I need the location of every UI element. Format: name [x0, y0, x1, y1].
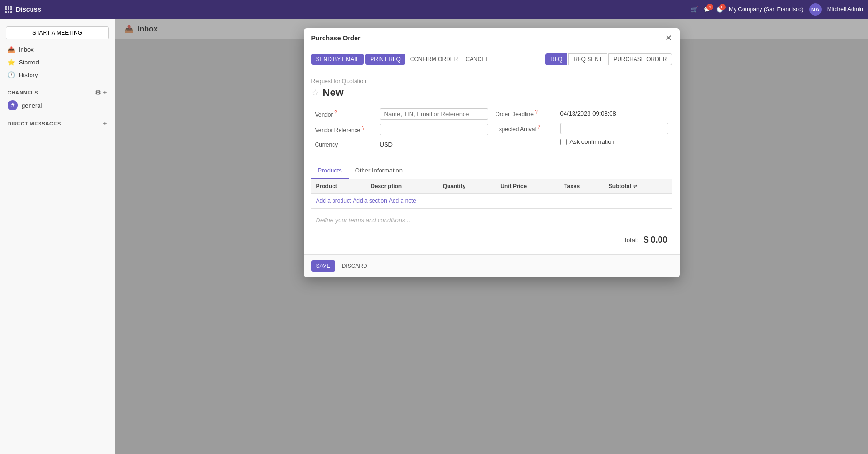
add-channel-icon[interactable]: + [103, 89, 107, 96]
modal-tabs: Products Other Information [311, 163, 672, 179]
currency-label: Currency [315, 141, 376, 148]
col-product: Product [311, 179, 366, 194]
subtotal-settings-icon[interactable]: ⇌ [633, 183, 637, 189]
vendor-reference-help: ? [362, 125, 365, 131]
table-empty-row: Add a product Add a section Add a note [311, 194, 672, 208]
status-rfq-button[interactable]: RFQ [545, 53, 567, 65]
print-rfq-button[interactable]: PRINT RFQ [365, 54, 405, 65]
add-section-link[interactable]: Add a section [353, 197, 387, 204]
modal-header: Purchase Order ✕ [304, 28, 680, 48]
channel-hash-icon: # [8, 100, 18, 110]
add-dm-icon[interactable]: + [103, 120, 107, 127]
inbox-icon: 📥 [8, 46, 15, 53]
col-quantity: Quantity [438, 179, 496, 194]
add-product-link[interactable]: Add a product [316, 197, 351, 204]
record-title: New [323, 86, 344, 99]
currency-row: Currency USD [315, 139, 488, 150]
ask-confirmation-label: Ask confirmation [570, 138, 615, 145]
modal-footer: SAVE DISCARD [304, 254, 680, 277]
form-grid: Vendor ? Vendor Reference ? [311, 106, 672, 156]
order-deadline-value: 04/13/2023 09:08:08 [560, 108, 668, 119]
starred-icon: ⭐ [8, 59, 15, 66]
grid-icon[interactable] [5, 6, 12, 13]
form-left-col: Vendor ? Vendor Reference ? [311, 106, 492, 156]
sidebar-item-starred[interactable]: ⭐ Starred [0, 56, 115, 69]
channels-section-header: CHANNELS ⚙ + [0, 85, 115, 98]
topbar: Discuss 🛒 💬 4 🕐 8 My Company (San Franci… [0, 0, 868, 19]
expected-arrival-input[interactable] [560, 123, 668, 134]
direct-messages-section-header: DIRECT MESSAGES + [0, 116, 115, 129]
modal-toolbar: SEND BY EMAIL PRINT RFQ CONFIRM ORDER CA… [304, 48, 680, 70]
terms-area[interactable]: Define your terms and conditions ... [311, 211, 672, 229]
favorite-star-icon[interactable]: ☆ [311, 87, 319, 98]
topbar-right: 🛒 💬 4 🕐 8 My Company (San Francisco) MA … [691, 3, 863, 16]
table-actions: Add a product Add a section Add a note [311, 194, 672, 208]
send-by-email-button[interactable]: SEND BY EMAIL [311, 54, 364, 65]
form-right-col: Order Deadline ? 04/13/2023 09:08:08 Exp… [492, 106, 672, 156]
sidebar: START A MEETING 📥 Inbox ⭐ Starred 🕐 Hist… [0, 19, 115, 454]
status-rfq-sent-button[interactable]: RFQ SENT [568, 53, 607, 65]
sidebar-item-inbox[interactable]: 📥 Inbox [0, 43, 115, 56]
order-deadline-label: Order Deadline ? [496, 110, 557, 117]
order-deadline-row: Order Deadline ? 04/13/2023 09:08:08 [496, 108, 668, 119]
total-value: $ 0.00 [643, 235, 667, 245]
vendor-reference-row: Vendor Reference ? [315, 124, 488, 135]
terms-placeholder: Define your terms and conditions ... [316, 217, 412, 224]
discard-button[interactable]: DISCARD [339, 260, 370, 272]
content-area: 📥 Inbox Purchase Order ✕ SEND BY EMAIL P… [115, 19, 868, 454]
tab-other-information[interactable]: Other Information [349, 163, 409, 179]
col-subtotal: Subtotal ⇌ [604, 179, 672, 194]
cart-icon[interactable]: 🛒 [691, 6, 698, 13]
confirm-order-button[interactable]: CONFIRM ORDER [407, 54, 461, 65]
total-label: Total: [623, 236, 638, 243]
topbar-left: Discuss [5, 6, 41, 13]
updates-icon[interactable]: 🕐 8 [716, 6, 723, 13]
add-note-link[interactable]: Add a note [389, 197, 416, 204]
products-table: Product Description Quantity Unit Price … [311, 179, 672, 208]
ask-confirmation-row: Ask confirmation [496, 138, 668, 145]
sidebar-item-history[interactable]: 🕐 History [0, 69, 115, 81]
vendor-input[interactable] [380, 108, 488, 120]
total-row: Total: $ 0.00 [311, 229, 672, 247]
form-subtitle-text: Request for Quotation [311, 78, 672, 85]
start-meeting-button[interactable]: START A MEETING [6, 26, 109, 39]
modal-body: Request for Quotation ☆ New [304, 70, 680, 254]
channels-actions: ⚙ + [95, 89, 107, 96]
direct-messages-label: DIRECT MESSAGES [8, 121, 61, 126]
ask-confirmation-group: Ask confirmation [560, 138, 615, 145]
sidebar-item-general[interactable]: # general [0, 98, 115, 112]
tab-products[interactable]: Products [311, 163, 349, 179]
status-bar: RFQ RFQ SENT PURCHASE ORDER [545, 53, 672, 65]
updates-badge: 8 [719, 4, 726, 10]
channel-label: general [22, 102, 42, 109]
user-avatar[interactable]: MA [809, 3, 822, 16]
expected-arrival-row: Expected Arrival ? [496, 123, 668, 134]
vendor-reference-input[interactable] [380, 124, 488, 135]
save-button[interactable]: SAVE [311, 260, 335, 272]
expected-arrival-help: ? [538, 125, 541, 130]
form-header: Request for Quotation ☆ New [311, 78, 672, 99]
history-icon: 🕐 [8, 71, 15, 78]
purchase-order-modal: Purchase Order ✕ SEND BY EMAIL PRINT RFQ… [304, 28, 680, 277]
vendor-label: Vendor ? [315, 110, 376, 118]
modal-title: Purchase Order [311, 34, 361, 42]
sidebar-item-label: Starred [19, 59, 39, 66]
company-name: My Company (San Francisco) [729, 6, 804, 13]
status-purchase-order-button[interactable]: PURCHASE ORDER [608, 53, 672, 65]
vendor-row: Vendor ? [315, 108, 488, 120]
chat-icon[interactable]: 💬 4 [704, 6, 711, 13]
table-header-row: Product Description Quantity Unit Price … [311, 179, 672, 194]
modal-close-button[interactable]: ✕ [665, 34, 672, 42]
col-unit-price: Unit Price [496, 179, 559, 194]
direct-messages-actions: + [103, 120, 107, 127]
col-description: Description [366, 179, 438, 194]
settings-icon[interactable]: ⚙ [95, 89, 101, 96]
col-taxes: Taxes [559, 179, 604, 194]
notifications-badge: 4 [706, 4, 713, 10]
expected-arrival-label: Expected Arrival ? [496, 125, 557, 133]
vendor-reference-label: Vendor Reference ? [315, 125, 376, 133]
app-name: Discuss [16, 6, 41, 13]
table-divider [311, 208, 672, 209]
cancel-button[interactable]: CANCEL [463, 54, 491, 65]
ask-confirmation-checkbox[interactable] [560, 139, 567, 145]
